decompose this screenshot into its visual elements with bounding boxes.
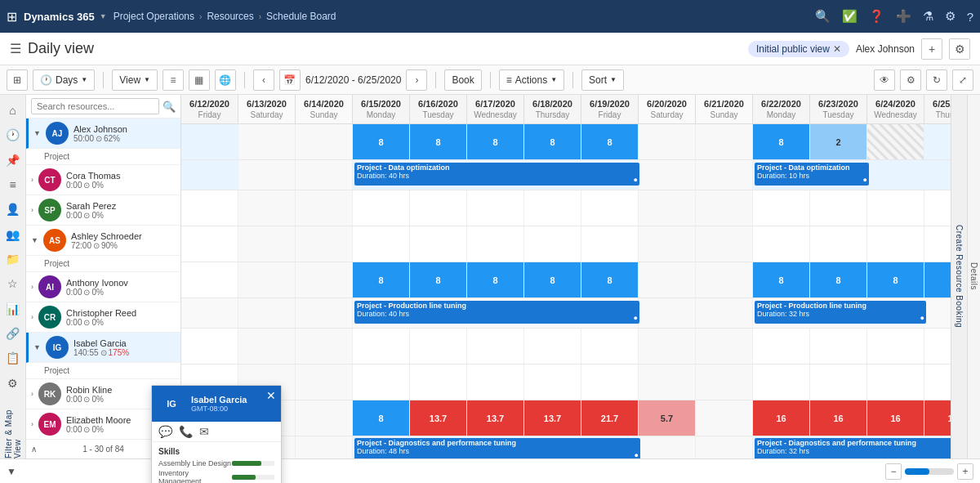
- expand-arrow-sarah[interactable]: ›: [31, 206, 33, 214]
- waffle-icon[interactable]: ⊞: [7, 9, 17, 25]
- expand-arrow-alex[interactable]: ▼: [33, 129, 41, 137]
- refresh-icon-btn[interactable]: ↻: [926, 69, 947, 91]
- expand-arrow-anthony[interactable]: ›: [31, 283, 33, 291]
- resource-item-christopher[interactable]: › CR Christopher Reed 0:00 ⊙ 0%: [26, 302, 180, 333]
- breadcrumb-item-2[interactable]: Resources: [207, 11, 253, 22]
- booking-bar-alex-2[interactable]: Project - Data optimization Duration: 10…: [755, 163, 869, 186]
- left-sidebar: ⌂ 🕐 📌 ≡ 👤 👥 📁 ☆ 📊 🔗 📋 ⚙ Filter & Map Vie…: [0, 95, 26, 458]
- resource-info-anthony: Anthony Ivonov 0:00 ⊙ 0%: [66, 278, 176, 297]
- sidebar-nav4[interactable]: 📁: [2, 250, 24, 268]
- checklist-icon[interactable]: ✅: [842, 9, 858, 24]
- grid-view-btn[interactable]: ▦: [189, 69, 210, 91]
- resource-item-isabel[interactable]: ▼ IG Isabel Garcia 140:55 ⊙ 175%: [26, 333, 180, 363]
- prev-btn[interactable]: ‹: [253, 69, 274, 91]
- resource-item-anthony[interactable]: › AI Anthony Ivonov 0:00 ⊙ 0%: [26, 272, 180, 302]
- booking-bar-ashley-1[interactable]: Project - Production line tuning Duratio…: [354, 301, 639, 324]
- sidebar-pinned[interactable]: 📌: [2, 151, 24, 169]
- filter-icon[interactable]: ⚗: [923, 9, 933, 24]
- resource-item-cora[interactable]: › CT Cora Thomas 0:00 ⊙ 0%: [26, 165, 180, 195]
- expand-arrow-robin[interactable]: ›: [31, 390, 33, 398]
- avatar-isabel: IG: [46, 336, 69, 359]
- zoom-in-button[interactable]: +: [957, 463, 973, 480]
- sidebar-settings[interactable]: ⚙: [2, 374, 24, 392]
- grid-icon-button[interactable]: ⊞: [7, 69, 28, 91]
- sidebar-nav3[interactable]: 👥: [2, 226, 24, 244]
- bottom-controls: − +: [885, 463, 973, 480]
- expand-arrow-christopher[interactable]: ›: [31, 313, 33, 321]
- expand-arrow-cora[interactable]: ›: [31, 176, 33, 184]
- breadcrumb: Project Operations › Resources › Schedul…: [114, 11, 336, 22]
- resource-stats-ashley: 72:00 ⊙ 90%: [71, 241, 176, 250]
- menu-icon[interactable]: ☰: [10, 41, 21, 56]
- resource-info-christopher: Christopher Reed 0:00 ⊙ 0%: [66, 308, 176, 327]
- zoom-slider-track[interactable]: [905, 468, 954, 475]
- schedule-row-isabel-booking1: Project - Diagnostics and performance tu…: [181, 436, 951, 458]
- sidebar-home[interactable]: ⌂: [2, 101, 24, 119]
- sidebar-recent[interactable]: 🕐: [2, 126, 24, 144]
- add-tab-button[interactable]: +: [921, 38, 942, 60]
- filter-map-view-label[interactable]: Filter & Map View: [4, 402, 22, 458]
- date-col-10: 6/21/2020 Sunday: [696, 95, 753, 123]
- actions-dropdown[interactable]: ≡ Actions ▼: [499, 69, 564, 91]
- add-icon[interactable]: ➕: [896, 9, 911, 24]
- book-button[interactable]: Book: [444, 69, 481, 91]
- booking-bar-isabel-1[interactable]: Project - Diagnostics and performance tu…: [354, 438, 640, 458]
- expand-arrow-isabel[interactable]: ▼: [33, 343, 41, 351]
- date-col-2: 6/13/2020 Saturday: [238, 95, 296, 123]
- next-btn[interactable]: ›: [406, 69, 427, 91]
- search-submit-icon[interactable]: 🔍: [163, 101, 176, 113]
- alex-cell-10: [696, 124, 753, 159]
- details-panel: Details: [967, 95, 980, 458]
- popup-phone-icon[interactable]: 📞: [179, 425, 193, 438]
- question-icon[interactable]: ?: [967, 10, 973, 24]
- pagination-prev[interactable]: ∧: [31, 445, 37, 454]
- zoom-out-button[interactable]: −: [885, 463, 902, 480]
- search-icon[interactable]: 🔍: [815, 9, 831, 24]
- sidebar-group[interactable]: 🔗: [2, 324, 24, 342]
- create-resource-booking-label[interactable]: Create Resource Booking: [955, 225, 964, 328]
- resource-item-sarah[interactable]: › SP Sarah Perez 0:00 ⊙ 0%: [26, 195, 180, 226]
- sidebar-nav1[interactable]: ≡: [2, 176, 24, 194]
- scroll-down-icon[interactable]: ▼: [7, 466, 16, 477]
- calendar-icon-btn[interactable]: 📅: [279, 69, 301, 91]
- avatar-robin: RK: [38, 382, 61, 405]
- map-view-btn[interactable]: 🌐: [215, 69, 236, 91]
- expand-icon-btn[interactable]: ⤢: [952, 69, 973, 91]
- eye-icon-btn[interactable]: 👁: [874, 69, 895, 91]
- details-label[interactable]: Details: [969, 262, 978, 290]
- popup-close-button[interactable]: ✕: [266, 389, 276, 402]
- sidebar-chart[interactable]: 📊: [2, 300, 24, 318]
- resource-item-alex[interactable]: ▼ AJ Alex Johnson 50:00 ⊙ 62%: [26, 119, 180, 149]
- sidebar-report[interactable]: 📋: [2, 349, 24, 367]
- help-icon[interactable]: ❓: [869, 9, 884, 24]
- resource-item-ashley[interactable]: ▼ AS Ashley Schroeder 72:00 ⊙ 90%: [26, 226, 180, 256]
- skill-row-2: Inventory Management: [158, 469, 274, 483]
- alex-cell-12: 2: [810, 124, 867, 159]
- tab-pill[interactable]: Initial public view ✕: [748, 41, 849, 57]
- schedule-row-christopher: [181, 364, 951, 400]
- popup-skills-list: Assembly Line Design Inventory Managemen…: [158, 459, 274, 483]
- view-dropdown[interactable]: View ▼: [112, 69, 158, 91]
- sort-dropdown[interactable]: Sort ▼: [581, 69, 624, 91]
- popup-message-icon[interactable]: 💬: [158, 425, 172, 438]
- booking-bar-isabel-3[interactable]: Project - Diagnostics and performance tu…: [755, 438, 951, 458]
- settings-button[interactable]: ⚙: [949, 38, 970, 60]
- days-dropdown[interactable]: 🕐 Days ▼: [33, 69, 95, 91]
- date-col-1: 6/12/2020 Friday: [181, 95, 238, 123]
- sidebar-star[interactable]: ☆: [2, 275, 24, 293]
- sidebar-nav2[interactable]: 👤: [2, 200, 24, 218]
- resource-info-ashley: Ashley Schroeder 72:00 ⊙ 90%: [71, 231, 176, 250]
- expand-arrow-elizabeth[interactable]: ›: [31, 420, 33, 428]
- booking-bar-alex-1[interactable]: Project - Data optimization Duration: 40…: [354, 163, 639, 186]
- nav-left: ⊞ Dynamics 365 ▼ Project Operations › Re…: [7, 9, 336, 25]
- list-view-btn[interactable]: ≡: [163, 69, 184, 91]
- expand-arrow-ashley[interactable]: ▼: [31, 236, 38, 244]
- booking-bar-ashley-2[interactable]: Project - Production line tuning Duratio…: [755, 301, 926, 324]
- popup-email-icon[interactable]: ✉: [199, 425, 209, 438]
- settings-icon[interactable]: ⚙: [945, 9, 956, 24]
- breadcrumb-item-1[interactable]: Project Operations: [114, 11, 194, 22]
- settings-icon-btn[interactable]: ⚙: [900, 69, 921, 91]
- search-input[interactable]: [31, 98, 159, 114]
- tab-close-icon[interactable]: ✕: [833, 43, 841, 55]
- breadcrumb-item-3[interactable]: Schedule Board: [266, 11, 336, 22]
